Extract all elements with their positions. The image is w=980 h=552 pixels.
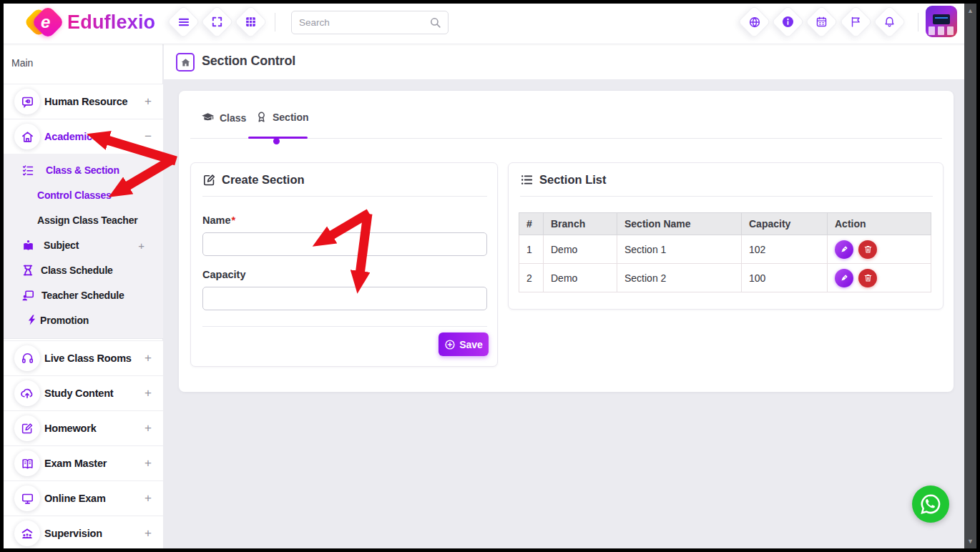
capacity-input[interactable] [202, 287, 487, 310]
sidebar-item-control-classes[interactable]: Control Classes [0, 184, 163, 209]
create-section-panel: Create Section Name* Capacity Save [190, 162, 498, 367]
col-header-branch: Branch [544, 213, 617, 235]
expand-plus-icon: + [144, 351, 152, 365]
vertical-scrollbar[interactable]: ▲ ▼ [964, 4, 976, 548]
sidebar-item-promotion[interactable]: Promotion [0, 309, 163, 334]
top-header: e Eduflexio [0, 0, 980, 44]
brand-logo[interactable]: e Eduflexio [27, 6, 170, 38]
required-asterisk: * [232, 215, 236, 226]
sidebar-section-label: Main [11, 57, 33, 69]
sidebar-item-exam-master[interactable]: Exam Master + [0, 445, 163, 480]
globe-icon [743, 11, 765, 33]
active-item-indicator [0, 119, 3, 154]
tab-label: Section [273, 112, 309, 123]
scroll-down-icon[interactable]: ▼ [964, 536, 976, 546]
sidebar-item-label: Class Schedule [41, 265, 113, 276]
save-button[interactable]: Save [438, 332, 489, 356]
info-button[interactable] [771, 5, 805, 39]
trash-icon [863, 245, 873, 254]
table-row: 2 Demo Section 2 100 [519, 264, 931, 292]
pen-icon [840, 273, 849, 282]
expand-plus-icon: + [144, 491, 152, 506]
search-input[interactable] [299, 11, 428, 34]
expand-plus-icon: + [144, 456, 152, 470]
sidebar-item-label: Study Content [44, 388, 113, 399]
language-button[interactable] [738, 5, 771, 39]
flag-icon [845, 11, 867, 33]
bolt-icon [26, 314, 38, 326]
panel-title: Create Section [222, 173, 305, 187]
sidebar-item-class-schedule[interactable]: Class Schedule [0, 259, 163, 284]
col-header-num: # [519, 213, 544, 235]
sidebar-item-label: Promotion [40, 315, 89, 326]
headset-icon [14, 345, 40, 371]
sidebar-item-human-resource[interactable]: Human Resource + [0, 84, 163, 119]
cell-name: Section 2 [617, 264, 742, 292]
whatsapp-button[interactable] [912, 486, 949, 523]
cell-num: 2 [519, 264, 544, 292]
sidebar-item-teacher-schedule[interactable]: Teacher Schedule [0, 284, 163, 309]
active-tab-dot [273, 138, 280, 144]
plus-circle-icon [444, 339, 456, 350]
sidebar-item-label: Assign Class Teacher [37, 215, 137, 226]
sidebar: Main Human Resource + Academic − Class &… [0, 44, 163, 552]
report-flag-button[interactable] [839, 5, 873, 39]
apps-grid-button[interactable] [234, 5, 268, 39]
user-avatar[interactable] [926, 6, 957, 37]
divider [202, 326, 487, 327]
calendar-button[interactable] [805, 5, 838, 39]
edit-button[interactable] [835, 269, 853, 287]
expand-plus-icon: + [144, 94, 152, 109]
scroll-up-icon[interactable]: ▲ [964, 6, 976, 16]
notifications-button[interactable] [873, 5, 906, 39]
tab-class[interactable]: Class [201, 111, 246, 124]
breadcrumb-home-button[interactable] [176, 53, 195, 72]
sidebar-item-live-class-rooms[interactable]: Live Class Rooms + [0, 340, 163, 375]
graduation-cap-icon [201, 111, 215, 124]
tab-label: Class [220, 112, 246, 124]
col-header-name: Section Name [617, 213, 742, 235]
menu-icon [172, 11, 195, 33]
sidebar-item-label: Control Classes [37, 189, 112, 201]
delete-button[interactable] [858, 240, 877, 259]
sidebar-item-study-content[interactable]: Study Content + [0, 375, 163, 410]
collapse-minus-icon: − [144, 129, 152, 144]
edit-button[interactable] [835, 240, 853, 259]
header-divider [275, 13, 275, 31]
section-name-input[interactable] [202, 232, 487, 256]
sidebar-item-class-and-section[interactable]: Class & Section [0, 159, 163, 184]
sidebar-item-subject[interactable]: Subject + [0, 234, 163, 259]
checklist-icon [21, 164, 34, 177]
open-book-icon [14, 450, 40, 476]
fullscreen-button[interactable] [200, 5, 234, 39]
pen-icon [840, 245, 849, 254]
brand-logo-icon: e [27, 6, 59, 38]
delete-button[interactable] [858, 269, 877, 287]
header-divider [918, 13, 918, 31]
sidebar-item-online-exam[interactable]: Online Exam + [0, 480, 163, 516]
award-icon [255, 111, 268, 123]
trash-icon [863, 273, 873, 282]
expand-plus-icon: + [144, 386, 152, 400]
supervision-icon [14, 521, 40, 546]
sidebar-item-label: Subject [44, 240, 79, 251]
page-title: Section Control [202, 54, 295, 69]
sidebar-item-homework[interactable]: Homework + [0, 410, 163, 445]
sidebar-item-assign-class-teacher[interactable]: Assign Class Teacher [0, 209, 163, 234]
sidebar-item-supervision[interactable]: Supervision + [0, 516, 163, 550]
search-icon[interactable] [429, 16, 441, 29]
section-control-card: Class Section Create Section Name* Capac… [179, 91, 954, 392]
cell-num: 1 [519, 235, 544, 264]
sidebar-item-academic[interactable]: Academic − [0, 119, 163, 154]
sidebar-item-label: Academic [44, 131, 92, 142]
panel-title: Section List [539, 173, 607, 187]
col-header-action: Action [828, 213, 931, 235]
save-button-label: Save [459, 339, 483, 350]
academic-submenu: Class & Section Control Classes Assign C… [0, 154, 163, 339]
edit-square-icon [202, 173, 216, 187]
menu-toggle-button[interactable] [167, 5, 200, 39]
monitor-icon [14, 486, 40, 511]
cell-branch: Demo [544, 235, 617, 264]
col-header-capacity: Capacity [742, 213, 828, 235]
tab-section[interactable]: Section [255, 111, 309, 123]
